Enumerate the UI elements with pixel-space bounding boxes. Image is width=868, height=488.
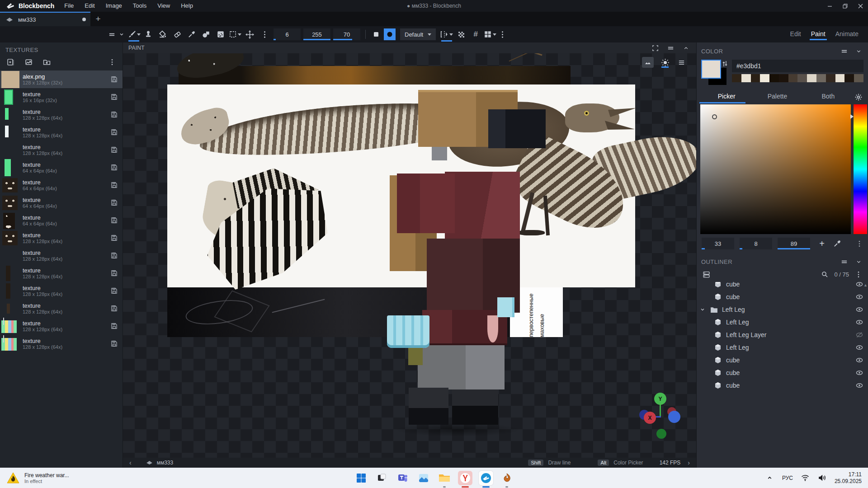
open-texture-folder-icon[interactable] [42, 57, 52, 67]
background-image-button[interactable] [642, 57, 654, 68]
outliner-node[interactable]: Left Leg [697, 341, 868, 354]
save-texture-icon[interactable] [109, 321, 119, 331]
color-panel-collapse-icon[interactable] [854, 46, 863, 56]
viewport-collapse-icon[interactable] [681, 43, 691, 53]
color-panel-menu-icon[interactable] [839, 46, 849, 56]
hue-slider[interactable] [854, 104, 867, 234]
texture-row[interactable]: texture128 x 128px (64x) [0, 229, 123, 247]
start-button[interactable] [354, 471, 368, 485]
language-indicator[interactable]: РУС [782, 475, 793, 481]
outliner-node[interactable]: cube [697, 282, 868, 291]
selection-tool[interactable] [228, 28, 242, 41]
visibility-eye-off-icon[interactable] [854, 330, 864, 340]
visibility-eye-icon[interactable] [854, 305, 864, 314]
menu-file[interactable]: File [59, 0, 79, 12]
textures-panel-dots[interactable] [107, 57, 117, 67]
save-texture-icon[interactable] [109, 268, 119, 278]
weather-widget[interactable]: Fire weather war... In effect [0, 472, 136, 484]
tab-both[interactable]: Both [803, 90, 854, 103]
toolbar-overflow-dots[interactable] [259, 29, 269, 39]
brush-softness-value[interactable] [333, 31, 360, 38]
brush-shape-circle-button[interactable] [384, 28, 396, 40]
outliner-node[interactable]: Left Leg [697, 316, 868, 328]
history-swatch[interactable] [816, 74, 826, 82]
3d-canvas[interactable]: первостепенные маховые [123, 53, 696, 458]
brush-opacity-value[interactable] [303, 31, 330, 38]
history-swatch[interactable] [835, 74, 845, 82]
brush-shape-square-button[interactable] [370, 28, 382, 40]
menu-help[interactable]: Help [175, 0, 198, 12]
texture-row[interactable]: texture16 x 16px (32x) [0, 88, 123, 106]
minimize-button[interactable] [822, 0, 837, 12]
history-swatch[interactable] [826, 74, 835, 82]
clock-widget[interactable]: 17:11 25.09.2025 [835, 471, 862, 485]
gizmo-y-ball[interactable]: Y [654, 393, 666, 405]
chevron-down-icon[interactable] [699, 305, 706, 314]
outliner-dots[interactable] [854, 269, 863, 279]
shape-preset-dropdown[interactable]: Default [400, 28, 436, 40]
color-panel-dots[interactable] [854, 239, 864, 249]
project-tab[interactable]: мм333 [0, 12, 90, 26]
hex-color-input[interactable] [732, 60, 863, 72]
painting-grid-toggle[interactable]: # [469, 28, 482, 41]
save-texture-icon[interactable] [109, 216, 119, 225]
brush-softness-input[interactable] [333, 28, 360, 40]
menu-image[interactable]: Image [100, 0, 127, 12]
texture-row[interactable]: texture64 x 64px (64x) [0, 176, 123, 194]
gradient-tool[interactable] [214, 28, 227, 41]
visibility-eye-icon[interactable] [854, 380, 864, 390]
photos-icon[interactable] [416, 471, 431, 485]
menu-edit[interactable]: Edit [79, 0, 100, 12]
texture-row[interactable]: texture128 x 128px (64x) [0, 264, 123, 282]
uv-window-caret[interactable] [493, 33, 496, 36]
task-view-button[interactable] [375, 471, 389, 485]
collapse-right-chevron[interactable]: › [685, 459, 693, 466]
close-button[interactable] [853, 0, 868, 12]
gizmo-x-ball[interactable]: X [644, 412, 656, 424]
create-texture-icon[interactable] [5, 57, 15, 67]
texture-row[interactable]: texture128 x 128px (64x) [0, 106, 123, 123]
history-swatch[interactable] [741, 74, 751, 82]
gizmo-z-ball[interactable] [668, 411, 680, 423]
brush-tool[interactable] [127, 28, 141, 41]
history-swatch[interactable] [844, 74, 854, 82]
visibility-eye-icon[interactable] [854, 282, 864, 289]
outliner-node[interactable]: cube [697, 291, 868, 303]
visibility-eye-icon[interactable] [854, 343, 864, 352]
outliner-node-hidden[interactable]: Left Leg Layer [697, 328, 868, 341]
visibility-eye-icon[interactable] [854, 292, 864, 302]
pixel-grid-toggle[interactable] [454, 28, 468, 41]
orientation-gizmo[interactable]: Y X [636, 392, 685, 441]
texture-row[interactable]: texture128 x 128px (64x) [0, 123, 123, 141]
add-to-palette-button[interactable]: + [814, 239, 830, 249]
outliner-node[interactable]: cube [697, 354, 868, 366]
outliner-search-icon[interactable] [820, 269, 830, 279]
yandex-browser-icon[interactable] [458, 471, 472, 485]
save-texture-icon[interactable] [109, 163, 119, 173]
outliner-collapse-icon[interactable] [854, 257, 863, 267]
save-texture-icon[interactable] [109, 198, 119, 208]
import-texture-icon[interactable] [24, 57, 33, 67]
visibility-eye-icon[interactable] [854, 355, 864, 365]
saturation-value[interactable] [740, 240, 772, 247]
menu-tools[interactable]: Tools [127, 0, 152, 12]
sv-cursor[interactable] [712, 114, 717, 119]
mirror-paint-button[interactable] [440, 28, 453, 41]
new-tab-button[interactable]: + [90, 12, 106, 26]
game-launcher-icon[interactable] [500, 471, 514, 485]
history-swatch[interactable] [797, 74, 807, 82]
eraser-tool[interactable] [170, 28, 184, 41]
mode-tab-paint[interactable]: Paint [807, 28, 830, 41]
teams-icon[interactable] [396, 471, 410, 485]
hue-slider-marker[interactable] [850, 114, 854, 119]
save-texture-icon[interactable] [109, 233, 119, 243]
swap-colors-icon[interactable] [721, 60, 728, 68]
tray-chevron-up-icon[interactable] [765, 473, 775, 483]
outliner-node[interactable]: cube [697, 379, 868, 392]
value-input[interactable] [778, 238, 810, 249]
brush-opacity-input[interactable] [303, 28, 330, 40]
history-swatch[interactable] [779, 74, 788, 82]
outliner-view-toggle-icon[interactable] [701, 269, 711, 279]
history-swatch[interactable] [769, 74, 779, 82]
value-value[interactable] [778, 240, 810, 247]
